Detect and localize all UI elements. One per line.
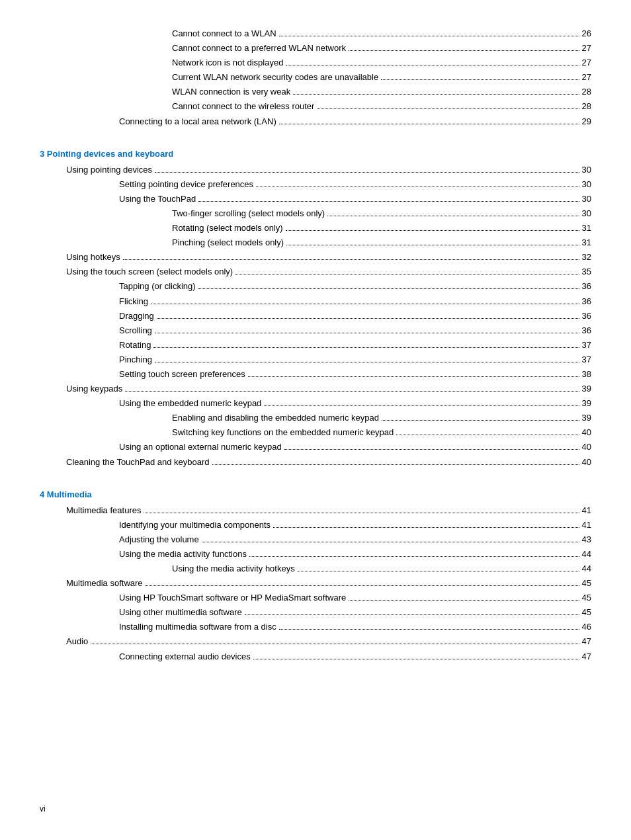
entry-text: Installing multimedia software from a di… xyxy=(119,620,276,634)
entry-text: Using keypads xyxy=(66,382,122,396)
entry-text: Using the TouchPad xyxy=(119,192,196,206)
entry-text: Using the media activity hotkeys xyxy=(172,562,295,576)
entry-dots xyxy=(125,391,579,392)
entry-dots xyxy=(153,347,579,348)
entry-dots xyxy=(273,527,579,528)
entry-page: 36 xyxy=(582,294,591,309)
entry-text: Cannot connect to a WLAN xyxy=(172,26,276,41)
entry-page: 30 xyxy=(582,192,591,206)
toc-entry: Installing multimedia software from a di… xyxy=(40,620,591,634)
entry-page: 27 xyxy=(582,70,591,85)
entry-dots xyxy=(349,50,579,51)
entry-page: 37 xyxy=(582,353,591,367)
toc-entry: WLAN connection is very weak28 xyxy=(40,85,591,99)
entry-page: 40 xyxy=(582,455,591,470)
entry-dots xyxy=(382,420,579,421)
toc-entry: Rotating (select models only)31 xyxy=(40,221,591,235)
entry-page: 43 xyxy=(582,532,591,547)
toc-entry: Network icon is not displayed27 xyxy=(40,56,591,70)
toc-entry: Using hotkeys32 xyxy=(40,250,591,265)
entry-dots xyxy=(381,79,579,80)
toc-section-1: 3 Pointing devices and keyboardUsing poi… xyxy=(40,149,591,470)
entry-page: 26 xyxy=(582,26,591,41)
entry-text: Multimedia features xyxy=(66,503,141,518)
toc-entry: Scrolling36 xyxy=(40,323,591,338)
entry-text: Network icon is not displayed xyxy=(172,56,283,70)
entry-text: Cannot connect to the wireless router xyxy=(172,99,314,114)
entry-text: Using HP TouchSmart software or HP Media… xyxy=(119,591,346,605)
entry-page: 39 xyxy=(582,396,591,411)
entry-dots xyxy=(146,585,579,586)
entry-dots xyxy=(198,201,579,202)
entry-text: Multimedia software xyxy=(66,576,143,591)
toc-entry: Cleaning the TouchPad and keyboard40 xyxy=(40,455,591,470)
entry-text: Setting touch screen preferences xyxy=(119,367,245,382)
toc-entry: Connecting to a local area network (LAN)… xyxy=(40,114,591,129)
entry-dots xyxy=(235,274,579,274)
entry-dots xyxy=(286,65,579,65)
entry-page: 27 xyxy=(582,41,591,56)
toc-entry: Using the touch screen (select models on… xyxy=(40,265,591,279)
entry-text: Audio xyxy=(66,634,88,649)
entry-text: Rotating xyxy=(119,338,151,353)
entry-text: Scrolling xyxy=(119,323,152,338)
toc-entry: Pinching37 xyxy=(40,353,591,367)
toc-entry: Multimedia software45 xyxy=(40,576,591,591)
section-heading-2[interactable]: 4 Multimedia xyxy=(40,489,591,499)
entry-page: 36 xyxy=(582,309,591,323)
entry-text: Using an optional external numeric keypa… xyxy=(119,440,282,454)
entry-dots xyxy=(212,464,579,465)
toc-entry: Tapping (or clicking)36 xyxy=(40,279,591,294)
entry-text: Current WLAN network security codes are … xyxy=(172,70,378,85)
entry-text: Using other multimedia software xyxy=(119,605,242,620)
toc-entry: Using an optional external numeric keypa… xyxy=(40,440,591,454)
entry-page: 41 xyxy=(582,503,591,518)
section-heading-1[interactable]: 3 Pointing devices and keyboard xyxy=(40,149,591,159)
entry-page: 46 xyxy=(582,620,591,634)
toc-entry: Setting pointing device preferences30 xyxy=(40,177,591,192)
entry-dots xyxy=(245,614,579,615)
toc-entry: Cannot connect to a preferred WLAN netwo… xyxy=(40,41,591,56)
entry-dots xyxy=(279,36,579,36)
entry-page: 28 xyxy=(582,85,591,99)
entry-dots xyxy=(317,108,579,109)
entry-text: Tapping (or clicking) xyxy=(119,279,196,294)
entry-dots xyxy=(286,245,579,245)
entry-dots xyxy=(91,644,579,644)
entry-page: 40 xyxy=(582,425,591,440)
entry-text: Identifying your multimedia components xyxy=(119,518,271,532)
entry-page: 45 xyxy=(582,576,591,591)
entry-dots xyxy=(157,318,579,319)
toc-entry: Audio47 xyxy=(40,634,591,649)
entry-page: 45 xyxy=(582,605,591,620)
page-footer: vi xyxy=(40,804,46,814)
toc-entry: Using the media activity functions44 xyxy=(40,547,591,562)
entry-page: 30 xyxy=(582,163,591,177)
entry-text: Connecting to a local area network (LAN) xyxy=(119,114,276,129)
entry-page: 37 xyxy=(582,338,591,353)
entry-dots xyxy=(327,216,579,216)
entry-page: 47 xyxy=(582,650,591,664)
entry-text: Rotating (select models only) xyxy=(172,221,283,235)
entry-page: 30 xyxy=(582,206,591,221)
entry-page: 32 xyxy=(582,250,591,265)
entry-page: 38 xyxy=(582,367,591,382)
entry-page: 47 xyxy=(582,634,591,649)
entry-page: 30 xyxy=(582,177,591,192)
entry-dots xyxy=(256,187,579,187)
toc-entry: Adjusting the volume43 xyxy=(40,532,591,547)
entry-page: 39 xyxy=(582,382,591,396)
entry-text: Pinching xyxy=(119,353,152,367)
entry-text: Using the media activity functions xyxy=(119,547,247,562)
toc-entry: Using the embedded numeric keypad39 xyxy=(40,396,591,411)
entry-text: Using the embedded numeric keypad xyxy=(119,396,261,411)
entry-dots xyxy=(396,435,579,435)
entry-dots xyxy=(249,556,579,557)
entry-page: 36 xyxy=(582,279,591,294)
toc-entry: Cannot connect to a WLAN26 xyxy=(40,26,591,41)
entry-text: Cannot connect to a preferred WLAN netwo… xyxy=(172,41,346,56)
entry-dots xyxy=(155,172,579,173)
toc-section-2: 4 MultimediaMultimedia features41Identif… xyxy=(40,489,591,664)
entry-dots xyxy=(202,542,579,542)
entry-dots xyxy=(279,124,579,124)
